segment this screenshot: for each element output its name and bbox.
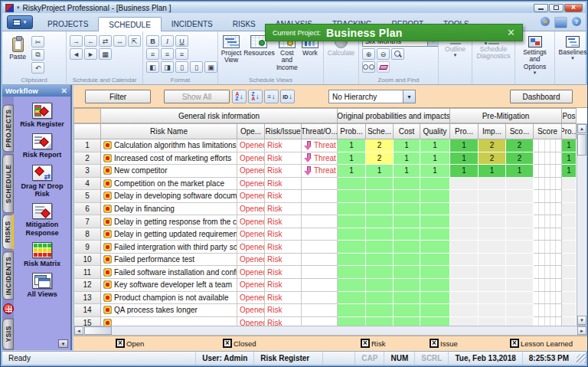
sort-az-button[interactable]: AZ↓ bbox=[232, 90, 247, 103]
row-number-cell[interactable]: 10 bbox=[74, 254, 101, 267]
column-header-cell[interactable]: Sche... bbox=[366, 123, 394, 139]
post-mitigation-cell[interactable] bbox=[562, 178, 577, 191]
open-status-cell[interactable]: Opened bbox=[237, 190, 265, 203]
link-tasks-button[interactable]: → bbox=[70, 35, 83, 47]
risk-issue-cell[interactable]: Risk bbox=[265, 254, 302, 267]
sort-za-button[interactable]: ZA↓ bbox=[248, 90, 263, 103]
risk-name-cell[interactable]: Key software developer left a team bbox=[101, 279, 237, 292]
file-menu-button[interactable]: ▼ bbox=[7, 15, 33, 29]
row-number-cell[interactable]: 14 bbox=[74, 304, 101, 317]
table-row[interactable]: 3New competitorOpenedRiskThreat11111111 bbox=[74, 165, 577, 178]
pre-mitigation-cell[interactable] bbox=[479, 317, 506, 326]
table-row[interactable]: 15OpenedRisk bbox=[74, 317, 577, 326]
open-status-cell[interactable]: Opened bbox=[237, 254, 265, 267]
post-mitigation-cell[interactable] bbox=[562, 228, 577, 241]
table-row[interactable]: 1Calculation algorithm has limitationsOp… bbox=[74, 139, 577, 152]
tab-risks[interactable]: RISKS bbox=[223, 17, 266, 31]
original-impact-cell[interactable] bbox=[338, 254, 366, 267]
pre-mitigation-cell[interactable] bbox=[450, 254, 479, 267]
group-header-cell[interactable]: General risk information bbox=[101, 108, 338, 123]
score-cell[interactable] bbox=[534, 228, 562, 241]
clear-find-button[interactable] bbox=[377, 61, 390, 73]
pre-mitigation-cell[interactable]: 1 bbox=[450, 139, 479, 152]
workflow-close-icon[interactable]: ✕ bbox=[61, 87, 67, 95]
pre-mitigation-cell[interactable]: 1 bbox=[479, 165, 506, 178]
update-icon[interactable] bbox=[541, 17, 550, 26]
threat-opportunity-cell[interactable] bbox=[302, 178, 338, 191]
post-mitigation-cell[interactable] bbox=[562, 304, 577, 317]
risk-issue-cell[interactable]: Risk bbox=[265, 304, 302, 317]
original-impact-cell[interactable] bbox=[366, 279, 394, 292]
post-mitigation-cell[interactable] bbox=[562, 279, 577, 292]
original-impact-cell[interactable] bbox=[420, 317, 450, 326]
find-button[interactable] bbox=[362, 61, 375, 73]
table-row[interactable]: 10Failed performance testOpenedRisk bbox=[74, 254, 577, 267]
score-cell[interactable] bbox=[534, 292, 562, 305]
original-impact-cell[interactable] bbox=[394, 215, 420, 228]
column-header-cell[interactable]: Risk/Issue bbox=[265, 123, 302, 139]
original-impact-cell[interactable] bbox=[420, 254, 450, 267]
copy-button[interactable]: ⧉ bbox=[31, 49, 44, 61]
risk-name-cell[interactable]: Delay in financing bbox=[101, 203, 237, 216]
unlink-tasks-button[interactable]: ← bbox=[84, 35, 97, 47]
pre-mitigation-cell[interactable] bbox=[506, 317, 534, 326]
risk-name-cell[interactable]: New competitor bbox=[101, 165, 237, 178]
align-center-button[interactable]: ≡ bbox=[161, 48, 174, 60]
row-number-cell[interactable]: 1 bbox=[74, 139, 101, 152]
row-number-cell[interactable]: 11 bbox=[74, 266, 101, 279]
pre-mitigation-cell[interactable] bbox=[479, 228, 506, 241]
risk-issue-cell[interactable]: Risk bbox=[265, 165, 302, 178]
sort-custom-button[interactable]: ≡↓ bbox=[264, 90, 279, 103]
pre-mitigation-cell[interactable] bbox=[479, 203, 506, 216]
original-impact-cell[interactable] bbox=[394, 317, 420, 326]
table-row[interactable]: 2Increased cost of marketing effortsOpen… bbox=[74, 152, 577, 165]
original-impact-cell[interactable] bbox=[394, 178, 420, 191]
scroll-left-icon[interactable]: ◄ bbox=[74, 326, 83, 335]
threat-opportunity-cell[interactable]: Threat bbox=[302, 165, 338, 178]
original-impact-cell[interactable] bbox=[366, 178, 394, 191]
row-number-cell[interactable]: 4 bbox=[74, 178, 101, 191]
threat-opportunity-cell[interactable] bbox=[302, 215, 338, 228]
scroll-down-icon[interactable]: ▼ bbox=[577, 316, 586, 325]
original-impact-cell[interactable] bbox=[366, 203, 394, 216]
row-number-cell[interactable]: 13 bbox=[74, 292, 101, 305]
original-impact-cell[interactable] bbox=[338, 304, 366, 317]
scroll-up-icon[interactable]: ▲ bbox=[577, 124, 586, 133]
open-status-cell[interactable]: Opened bbox=[237, 279, 265, 292]
filter-button[interactable]: Filter bbox=[85, 90, 151, 103]
pre-mitigation-cell[interactable] bbox=[479, 178, 506, 191]
risk-name-cell[interactable]: Competition on the market place bbox=[101, 178, 237, 191]
row-number-cell[interactable]: 6 bbox=[74, 203, 101, 216]
indent-button[interactable]: ◨ bbox=[161, 61, 174, 73]
post-mitigation-cell[interactable] bbox=[562, 215, 577, 228]
table-row[interactable]: 4Competition on the market placeOpenedRi… bbox=[74, 178, 577, 191]
original-impact-cell[interactable] bbox=[420, 279, 450, 292]
post-mitigation-cell[interactable] bbox=[562, 203, 577, 216]
pre-mitigation-cell[interactable]: 2 bbox=[506, 152, 534, 165]
open-status-cell[interactable]: Opened bbox=[237, 292, 265, 305]
threat-opportunity-cell[interactable]: Threat bbox=[302, 152, 338, 165]
table-row[interactable]: 8Delay in getting updated requirementsOp… bbox=[74, 228, 577, 241]
legend-item-risk[interactable]: ×Risk bbox=[361, 339, 385, 348]
tab-schedule[interactable]: SCHEDULE bbox=[98, 17, 161, 31]
pre-mitigation-cell[interactable] bbox=[506, 228, 534, 241]
score-cell[interactable] bbox=[534, 152, 562, 165]
risk-name-cell[interactable]: Calculation algorithm has limitations bbox=[101, 139, 237, 152]
original-impact-cell[interactable]: 1 bbox=[420, 165, 450, 178]
original-impact-cell[interactable] bbox=[420, 304, 450, 317]
threat-opportunity-cell[interactable] bbox=[302, 266, 338, 279]
row-number-cell[interactable]: 5 bbox=[74, 190, 101, 203]
original-impact-cell[interactable] bbox=[420, 241, 450, 254]
original-impact-cell[interactable] bbox=[338, 203, 366, 216]
align-right-button[interactable]: ≡ bbox=[175, 48, 188, 60]
original-impact-cell[interactable]: 1 bbox=[394, 139, 420, 152]
original-impact-cell[interactable] bbox=[338, 279, 366, 292]
original-impact-cell[interactable]: 2 bbox=[366, 152, 394, 165]
column-header-cell[interactable]: Quality bbox=[420, 123, 450, 139]
original-impact-cell[interactable] bbox=[394, 266, 420, 279]
pre-mitigation-cell[interactable] bbox=[450, 304, 479, 317]
original-impact-cell[interactable] bbox=[338, 241, 366, 254]
threat-opportunity-cell[interactable] bbox=[302, 190, 338, 203]
sidebar-item-mitigation[interactable]: Mitigation Response bbox=[14, 203, 70, 237]
pre-mitigation-cell[interactable] bbox=[506, 178, 534, 191]
